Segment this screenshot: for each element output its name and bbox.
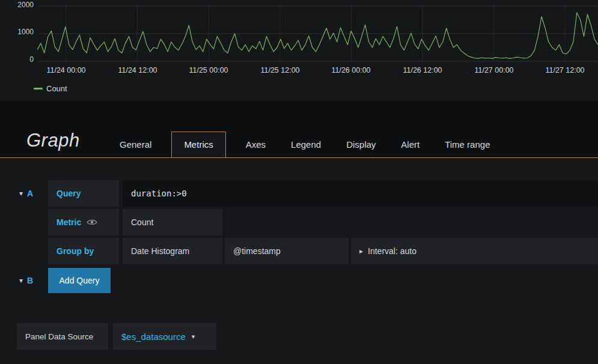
editor-tabs: General Metrics Axes Legend Display Aler… (107, 132, 502, 157)
legend-item-count[interactable]: Count (34, 84, 67, 93)
metric-row-filler (225, 209, 598, 235)
datasource-dropdown[interactable]: $es_datasource ▾ (113, 323, 216, 350)
tab-axes[interactable]: Axes (233, 132, 278, 157)
x-axis-tick: 11/25 12:00 (250, 66, 310, 74)
query-label: Query (48, 180, 119, 207)
tab-time-range[interactable]: Time range (432, 132, 502, 157)
tab-general[interactable]: General (107, 132, 164, 157)
tab-legend[interactable]: Legend (278, 132, 334, 157)
query-b-gutter: ▾ B (19, 268, 33, 293)
x-axis-tick: 11/24 00:00 (36, 66, 96, 74)
group-by-type[interactable]: Date Histogram (123, 238, 222, 264)
x-axis-tick: 11/27 12:00 (535, 66, 595, 74)
query-a-gutter: ▾ A (19, 180, 33, 207)
graph-panel: 2000 1000 0 11/24 00:00 11/24 12:00 11/2… (0, 0, 598, 101)
collapse-caret-icon[interactable]: ▾ (19, 277, 23, 284)
panel-type-title: Graph (26, 130, 80, 151)
query-letter: B (27, 276, 33, 285)
series-color-swatch (34, 88, 43, 89)
metric-label[interactable]: Metric (48, 209, 119, 235)
legend-label: Count (46, 84, 67, 93)
tab-alert[interactable]: Alert (388, 132, 432, 157)
x-axis: 11/24 00:00 11/24 12:00 11/25 00:00 11/2… (37, 66, 598, 76)
add-query-button[interactable]: Add Query (48, 268, 111, 293)
panel-editor-header: Graph General Metrics Axes Legend Displa… (0, 101, 598, 158)
y-axis-tick: 1000 (7, 28, 34, 36)
tab-display[interactable]: Display (334, 132, 388, 157)
dropdown-caret-icon: ▾ (192, 333, 195, 341)
tab-metrics[interactable]: Metrics (171, 132, 225, 157)
query-input[interactable] (123, 180, 598, 207)
panel-data-source-label: Panel Data Source (17, 323, 108, 350)
eye-icon[interactable] (87, 219, 97, 226)
x-axis-tick: 11/26 12:00 (392, 66, 453, 74)
y-axis-tick: 2000 (7, 1, 34, 9)
expand-caret-icon[interactable]: ▸ (359, 247, 363, 255)
group-by-interval[interactable]: ▸ Interval: auto (351, 238, 598, 264)
x-axis-tick: 11/26 00:00 (321, 66, 381, 74)
group-by-label: Group by (48, 238, 119, 264)
timeseries-chart[interactable] (37, 4, 598, 62)
x-axis-tick: 11/25 00:00 (178, 66, 239, 74)
datasource-value: $es_datasource (121, 332, 186, 342)
y-axis-tick: 0 (7, 55, 34, 64)
collapse-caret-icon[interactable]: ▾ (19, 190, 23, 197)
x-axis-tick: 11/24 12:00 (108, 66, 168, 74)
grafana-panel-editor: 2000 1000 0 11/24 00:00 11/24 12:00 11/2… (0, 0, 598, 364)
group-by-field[interactable]: @timestamp (225, 238, 349, 264)
x-axis-tick: 11/27 00:00 (464, 66, 524, 74)
metric-value[interactable]: Count (123, 209, 222, 235)
query-letter: A (27, 189, 33, 198)
